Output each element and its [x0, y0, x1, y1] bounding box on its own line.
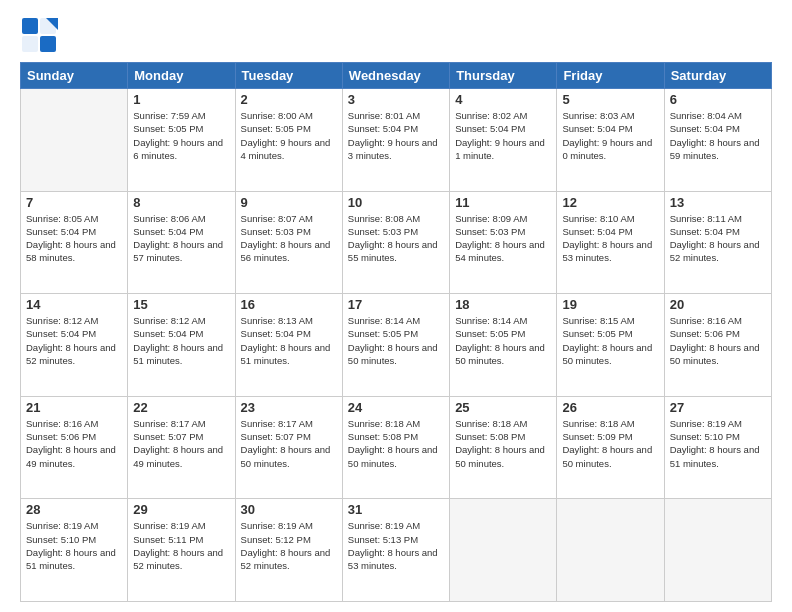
day-number: 5: [562, 92, 658, 107]
day-info: Sunrise: 8:15 AMSunset: 5:05 PMDaylight:…: [562, 314, 658, 367]
calendar-cell: 31Sunrise: 8:19 AMSunset: 5:13 PMDayligh…: [342, 499, 449, 602]
day-number: 18: [455, 297, 551, 312]
day-number: 4: [455, 92, 551, 107]
calendar-header-row: SundayMondayTuesdayWednesdayThursdayFrid…: [21, 63, 772, 89]
day-info: Sunrise: 8:19 AMSunset: 5:12 PMDaylight:…: [241, 519, 337, 572]
day-info: Sunrise: 8:09 AMSunset: 5:03 PMDaylight:…: [455, 212, 551, 265]
calendar-cell: [557, 499, 664, 602]
calendar-cell: 5Sunrise: 8:03 AMSunset: 5:04 PMDaylight…: [557, 89, 664, 192]
day-number: 15: [133, 297, 229, 312]
day-info: Sunrise: 8:04 AMSunset: 5:04 PMDaylight:…: [670, 109, 766, 162]
day-info: Sunrise: 8:14 AMSunset: 5:05 PMDaylight:…: [455, 314, 551, 367]
day-number: 31: [348, 502, 444, 517]
calendar-cell: 8Sunrise: 8:06 AMSunset: 5:04 PMDaylight…: [128, 191, 235, 294]
day-number: 2: [241, 92, 337, 107]
logo-icon: [20, 16, 58, 54]
header: [20, 16, 772, 54]
day-number: 28: [26, 502, 122, 517]
day-info: Sunrise: 8:06 AMSunset: 5:04 PMDaylight:…: [133, 212, 229, 265]
day-info: Sunrise: 8:19 AMSunset: 5:10 PMDaylight:…: [26, 519, 122, 572]
day-info: Sunrise: 7:59 AMSunset: 5:05 PMDaylight:…: [133, 109, 229, 162]
day-number: 1: [133, 92, 229, 107]
calendar-cell: 11Sunrise: 8:09 AMSunset: 5:03 PMDayligh…: [450, 191, 557, 294]
day-info: Sunrise: 8:16 AMSunset: 5:06 PMDaylight:…: [670, 314, 766, 367]
calendar-cell: [664, 499, 771, 602]
calendar-cell: 10Sunrise: 8:08 AMSunset: 5:03 PMDayligh…: [342, 191, 449, 294]
svg-rect-0: [22, 18, 38, 34]
calendar-cell: 17Sunrise: 8:14 AMSunset: 5:05 PMDayligh…: [342, 294, 449, 397]
day-number: 19: [562, 297, 658, 312]
day-info: Sunrise: 8:17 AMSunset: 5:07 PMDaylight:…: [133, 417, 229, 470]
page: SundayMondayTuesdayWednesdayThursdayFrid…: [0, 0, 792, 612]
calendar-cell: 2Sunrise: 8:00 AMSunset: 5:05 PMDaylight…: [235, 89, 342, 192]
day-info: Sunrise: 8:19 AMSunset: 5:13 PMDaylight:…: [348, 519, 444, 572]
day-number: 9: [241, 195, 337, 210]
day-info: Sunrise: 8:17 AMSunset: 5:07 PMDaylight:…: [241, 417, 337, 470]
day-number: 16: [241, 297, 337, 312]
calendar-cell: [450, 499, 557, 602]
day-info: Sunrise: 8:18 AMSunset: 5:09 PMDaylight:…: [562, 417, 658, 470]
day-number: 14: [26, 297, 122, 312]
calendar-table: SundayMondayTuesdayWednesdayThursdayFrid…: [20, 62, 772, 602]
calendar-cell: 29Sunrise: 8:19 AMSunset: 5:11 PMDayligh…: [128, 499, 235, 602]
day-info: Sunrise: 8:05 AMSunset: 5:04 PMDaylight:…: [26, 212, 122, 265]
day-number: 11: [455, 195, 551, 210]
day-info: Sunrise: 8:18 AMSunset: 5:08 PMDaylight:…: [348, 417, 444, 470]
week-row-2: 7Sunrise: 8:05 AMSunset: 5:04 PMDaylight…: [21, 191, 772, 294]
day-info: Sunrise: 8:12 AMSunset: 5:04 PMDaylight:…: [133, 314, 229, 367]
day-info: Sunrise: 8:07 AMSunset: 5:03 PMDaylight:…: [241, 212, 337, 265]
day-number: 23: [241, 400, 337, 415]
calendar-cell: 15Sunrise: 8:12 AMSunset: 5:04 PMDayligh…: [128, 294, 235, 397]
week-row-5: 28Sunrise: 8:19 AMSunset: 5:10 PMDayligh…: [21, 499, 772, 602]
calendar-cell: 9Sunrise: 8:07 AMSunset: 5:03 PMDaylight…: [235, 191, 342, 294]
calendar-cell: 13Sunrise: 8:11 AMSunset: 5:04 PMDayligh…: [664, 191, 771, 294]
calendar-cell: 18Sunrise: 8:14 AMSunset: 5:05 PMDayligh…: [450, 294, 557, 397]
day-info: Sunrise: 8:10 AMSunset: 5:04 PMDaylight:…: [562, 212, 658, 265]
calendar-cell: 21Sunrise: 8:16 AMSunset: 5:06 PMDayligh…: [21, 396, 128, 499]
day-header-saturday: Saturday: [664, 63, 771, 89]
calendar-cell: 27Sunrise: 8:19 AMSunset: 5:10 PMDayligh…: [664, 396, 771, 499]
day-info: Sunrise: 8:19 AMSunset: 5:10 PMDaylight:…: [670, 417, 766, 470]
calendar-cell: [21, 89, 128, 192]
day-info: Sunrise: 8:13 AMSunset: 5:04 PMDaylight:…: [241, 314, 337, 367]
calendar-cell: 4Sunrise: 8:02 AMSunset: 5:04 PMDaylight…: [450, 89, 557, 192]
week-row-1: 1Sunrise: 7:59 AMSunset: 5:05 PMDaylight…: [21, 89, 772, 192]
day-info: Sunrise: 8:00 AMSunset: 5:05 PMDaylight:…: [241, 109, 337, 162]
day-number: 17: [348, 297, 444, 312]
day-number: 13: [670, 195, 766, 210]
calendar-cell: 7Sunrise: 8:05 AMSunset: 5:04 PMDaylight…: [21, 191, 128, 294]
day-info: Sunrise: 8:19 AMSunset: 5:11 PMDaylight:…: [133, 519, 229, 572]
day-header-sunday: Sunday: [21, 63, 128, 89]
day-number: 8: [133, 195, 229, 210]
day-number: 10: [348, 195, 444, 210]
logo: [20, 16, 60, 54]
week-row-3: 14Sunrise: 8:12 AMSunset: 5:04 PMDayligh…: [21, 294, 772, 397]
day-number: 12: [562, 195, 658, 210]
calendar-cell: 19Sunrise: 8:15 AMSunset: 5:05 PMDayligh…: [557, 294, 664, 397]
svg-rect-2: [22, 36, 38, 52]
day-number: 22: [133, 400, 229, 415]
day-header-tuesday: Tuesday: [235, 63, 342, 89]
week-row-4: 21Sunrise: 8:16 AMSunset: 5:06 PMDayligh…: [21, 396, 772, 499]
calendar-cell: 28Sunrise: 8:19 AMSunset: 5:10 PMDayligh…: [21, 499, 128, 602]
day-info: Sunrise: 8:18 AMSunset: 5:08 PMDaylight:…: [455, 417, 551, 470]
calendar-cell: 12Sunrise: 8:10 AMSunset: 5:04 PMDayligh…: [557, 191, 664, 294]
day-number: 24: [348, 400, 444, 415]
day-info: Sunrise: 8:01 AMSunset: 5:04 PMDaylight:…: [348, 109, 444, 162]
day-info: Sunrise: 8:02 AMSunset: 5:04 PMDaylight:…: [455, 109, 551, 162]
day-info: Sunrise: 8:11 AMSunset: 5:04 PMDaylight:…: [670, 212, 766, 265]
calendar-cell: 16Sunrise: 8:13 AMSunset: 5:04 PMDayligh…: [235, 294, 342, 397]
day-info: Sunrise: 8:08 AMSunset: 5:03 PMDaylight:…: [348, 212, 444, 265]
day-header-wednesday: Wednesday: [342, 63, 449, 89]
day-number: 6: [670, 92, 766, 107]
day-number: 7: [26, 195, 122, 210]
calendar-cell: 22Sunrise: 8:17 AMSunset: 5:07 PMDayligh…: [128, 396, 235, 499]
day-number: 27: [670, 400, 766, 415]
calendar-cell: 20Sunrise: 8:16 AMSunset: 5:06 PMDayligh…: [664, 294, 771, 397]
calendar-cell: 6Sunrise: 8:04 AMSunset: 5:04 PMDaylight…: [664, 89, 771, 192]
day-header-monday: Monday: [128, 63, 235, 89]
day-number: 30: [241, 502, 337, 517]
calendar-cell: 1Sunrise: 7:59 AMSunset: 5:05 PMDaylight…: [128, 89, 235, 192]
day-header-thursday: Thursday: [450, 63, 557, 89]
day-number: 29: [133, 502, 229, 517]
